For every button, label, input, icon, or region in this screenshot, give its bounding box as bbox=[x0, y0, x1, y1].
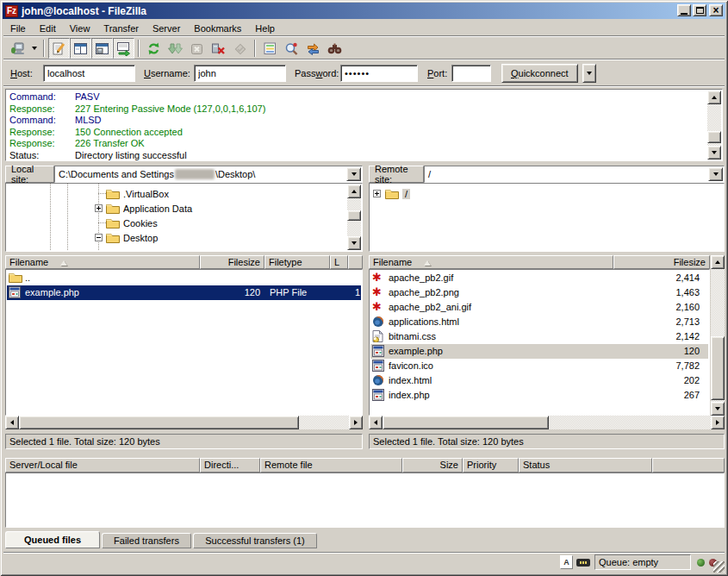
list-item[interactable]: bitnami.css 2,142 bbox=[370, 329, 708, 344]
local-list-hscrollbar[interactable] bbox=[5, 416, 363, 429]
local-site-combo[interactable]: C:\Documents and Settings\Desktop\ bbox=[54, 166, 363, 183]
quickconnect-dropdown-button[interactable] bbox=[582, 64, 596, 83]
menu-server[interactable]: Server bbox=[146, 22, 187, 34]
toggle-message-log-button[interactable] bbox=[48, 38, 70, 59]
scroll-right-button[interactable] bbox=[349, 416, 363, 429]
scroll-down-button[interactable] bbox=[347, 236, 361, 250]
log-scrollbar[interactable] bbox=[707, 91, 721, 160]
scroll-up-button[interactable] bbox=[711, 255, 725, 269]
apache-feather-icon: ✱ bbox=[372, 286, 382, 297]
column-header-filesize[interactable]: Filesize bbox=[200, 255, 264, 269]
expand-icon[interactable] bbox=[95, 204, 103, 212]
local-tree-scrollbar[interactable] bbox=[347, 185, 361, 250]
list-item[interactable]: ✱ apache_pb2.gif 2,414 bbox=[370, 271, 708, 285]
reconnect-button[interactable] bbox=[229, 38, 251, 59]
tree-item-cookies[interactable]: Cookies bbox=[106, 216, 158, 230]
scroll-up-button[interactable] bbox=[347, 185, 361, 198]
scrollbar-thumb[interactable] bbox=[19, 416, 299, 429]
remote-site-combo[interactable]: / bbox=[424, 166, 725, 183]
list-item[interactable]: applications.html 2,713 bbox=[370, 315, 708, 329]
scroll-left-button[interactable] bbox=[5, 416, 19, 429]
collapse-icon[interactable] bbox=[95, 234, 103, 241]
tab-failed-transfers[interactable]: Failed transfers bbox=[102, 533, 191, 548]
menu-bookmarks[interactable]: Bookmarks bbox=[187, 22, 248, 34]
toggle-transfer-queue-button[interactable] bbox=[113, 38, 134, 59]
minimize-icon bbox=[681, 13, 688, 15]
tree-item-root[interactable]: / bbox=[385, 186, 410, 201]
speed-limits-icon bbox=[576, 559, 590, 567]
cancel-operation-button[interactable] bbox=[186, 38, 208, 59]
username-input[interactable] bbox=[194, 65, 286, 82]
title-bar[interactable]: Fz john@localhost - FileZilla × bbox=[3, 3, 725, 19]
column-header-filename[interactable]: Filename bbox=[5, 255, 200, 269]
list-item[interactable]: ✱ apache_pb2_ani.gif 2,160 bbox=[370, 300, 708, 315]
synchronized-browsing-button[interactable] bbox=[302, 38, 324, 59]
local-site-dropdown-button[interactable] bbox=[346, 167, 361, 181]
directory-comparison-button[interactable] bbox=[281, 38, 302, 59]
minimize-button[interactable] bbox=[677, 4, 691, 16]
list-item[interactable]: favicon.ico 7,782 bbox=[370, 359, 708, 373]
list-item[interactable]: index.php 267 bbox=[370, 388, 708, 403]
toggle-local-tree-button[interactable] bbox=[70, 38, 91, 59]
column-header-filename[interactable]: Filename bbox=[369, 255, 613, 269]
site-manager-button[interactable] bbox=[7, 38, 28, 59]
tree-item-virtualbox[interactable]: .VirtualBox bbox=[106, 186, 169, 201]
column-header-direction[interactable]: Directi... bbox=[200, 458, 260, 473]
scroll-down-button[interactable] bbox=[707, 146, 721, 160]
scrollbar-thumb[interactable] bbox=[383, 416, 549, 429]
scroll-right-button[interactable] bbox=[711, 416, 725, 429]
tab-successful-transfers[interactable]: Successful transfers (1) bbox=[193, 533, 317, 548]
list-item[interactable]: ✱ apache_pb2.png 1,463 bbox=[370, 285, 708, 300]
toggle-remote-tree-button[interactable] bbox=[91, 38, 113, 59]
quickconnect-button[interactable]: Quickconnect bbox=[501, 64, 578, 83]
tree-item-label: .VirtualBox bbox=[123, 189, 169, 199]
scrollbar-thumb[interactable] bbox=[347, 210, 361, 221]
remote-list-hscrollbar[interactable] bbox=[369, 416, 725, 429]
list-item-example-php[interactable]: example.php 120 PHP File 1 bbox=[7, 285, 361, 300]
remote-list-vscrollbar[interactable] bbox=[711, 255, 725, 416]
column-header-remote-file[interactable]: Remote file bbox=[260, 458, 402, 473]
refresh-icon bbox=[146, 41, 161, 56]
scrollbar-thumb[interactable] bbox=[707, 131, 721, 143]
resize-grip[interactable] bbox=[713, 561, 725, 573]
refresh-button[interactable] bbox=[143, 38, 165, 59]
menu-help[interactable]: Help bbox=[248, 22, 282, 34]
scroll-left-button[interactable] bbox=[369, 416, 383, 429]
menu-transfer[interactable]: Transfer bbox=[96, 22, 146, 34]
menu-edit[interactable]: Edit bbox=[33, 22, 63, 34]
scroll-down-button[interactable] bbox=[711, 402, 725, 416]
site-manager-dropdown-button[interactable] bbox=[28, 38, 40, 59]
expand-icon[interactable] bbox=[373, 190, 381, 197]
process-queue-button[interactable] bbox=[165, 38, 186, 59]
column-header-filetype[interactable]: Filetype bbox=[264, 255, 330, 269]
status-bar: A Queue: empty bbox=[3, 554, 725, 573]
quickconnect-bar: Host: Username: Password: Port: Quickcon… bbox=[3, 61, 725, 85]
menu-view[interactable]: View bbox=[63, 22, 97, 34]
find-files-button[interactable] bbox=[324, 38, 345, 59]
password-input[interactable] bbox=[340, 65, 418, 82]
list-item[interactable]: index.html 202 bbox=[370, 373, 708, 388]
maximize-button[interactable] bbox=[693, 4, 706, 16]
local-path-prefix: C:\Documents and Settings bbox=[59, 169, 174, 179]
tree-item-application-data[interactable]: Application Data bbox=[106, 201, 192, 216]
column-header-filesize[interactable]: Filesize bbox=[613, 255, 710, 269]
close-button[interactable]: × bbox=[709, 4, 723, 16]
column-header-server-local-file[interactable]: Server/Local file bbox=[5, 458, 200, 473]
list-item-selected[interactable]: example.php 120 bbox=[370, 344, 708, 359]
column-header-status[interactable]: Status bbox=[519, 458, 652, 473]
local-directory-tree: .VirtualBox Application Data Cookies Des… bbox=[5, 183, 363, 252]
host-input[interactable] bbox=[43, 65, 135, 82]
column-header-last-modified[interactable]: L bbox=[330, 255, 348, 269]
disconnect-button[interactable] bbox=[208, 38, 229, 59]
tab-queued-files[interactable]: Queued files bbox=[5, 531, 100, 548]
list-item-parent-dir[interactable]: .. bbox=[7, 271, 361, 285]
scroll-up-button[interactable] bbox=[707, 91, 721, 104]
column-header-size[interactable]: Size bbox=[402, 458, 463, 473]
tree-item-desktop[interactable]: Desktop bbox=[106, 230, 158, 245]
port-input[interactable] bbox=[451, 65, 491, 82]
column-header-priority[interactable]: Priority bbox=[463, 458, 519, 473]
remote-site-dropdown-button[interactable] bbox=[708, 167, 723, 181]
directory-listing-filters-button[interactable] bbox=[259, 38, 281, 59]
menu-file[interactable]: File bbox=[3, 22, 33, 34]
scrollbar-thumb[interactable] bbox=[711, 336, 725, 400]
